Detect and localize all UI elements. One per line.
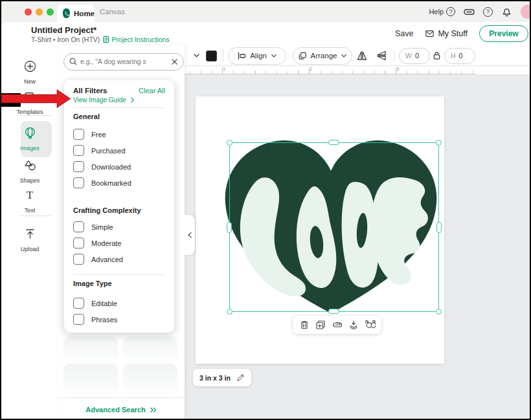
window-zoom-button[interactable] [47,8,54,16]
checkbox-free[interactable]: Free [73,129,106,140]
flip-horizontal-icon[interactable] [356,50,368,61]
checkbox-box[interactable] [73,298,84,309]
chevron-down-icon [271,52,277,59]
checkbox-box[interactable] [73,177,84,188]
search-icon [69,58,77,65]
checkbox-box[interactable] [73,254,84,265]
delete-icon[interactable] [299,320,310,330]
attach-icon[interactable] [332,320,343,330]
selection-handle-top-left[interactable] [227,140,232,146]
chevron-right-icon [130,97,135,103]
chat-help-icon[interactable]: ? [483,7,493,17]
selection-handle-bottom[interactable] [328,309,339,314]
arrange-dropdown[interactable]: Arrange [293,47,352,65]
operation-dropdown-chevron-icon[interactable] [193,52,200,59]
project-title: Untitled Project* [31,25,96,35]
text-tool-icon: T [1,189,58,201]
checkbox-box[interactable] [73,145,84,156]
selection-handle-top[interactable] [328,140,339,145]
clear-all-link[interactable]: Clear All [139,87,165,94]
flatten-icon[interactable] [348,320,359,330]
selection-handle-bottom-right[interactable] [436,309,442,315]
search-input[interactable] [80,58,168,65]
sidebar-item-text[interactable]: T Text [1,189,58,215]
new-plus-icon [24,60,36,72]
checkbox-box[interactable] [73,314,84,325]
image-result-placeholder [63,364,118,393]
checkbox-phrases[interactable]: Phrases [73,314,117,325]
tab-canvas[interactable]: Canvas [100,1,125,22]
advanced-search-link[interactable]: Advanced Search [85,406,145,414]
annotation-arrow [1,87,74,111]
align-icon [237,52,246,60]
titlebar: Home Canvas Help ? ? [1,1,530,22]
my-stuff-button[interactable]: My Stuff [425,29,468,38]
checkbox-box[interactable] [73,161,84,172]
selection-handle-left[interactable] [227,222,232,233]
checkbox-bookmarked[interactable]: Bookmarked [73,177,131,188]
project-instructions-link[interactable]: Project Instructions [102,36,169,43]
user-avatar[interactable] [521,5,531,19]
sidebar-item-upload[interactable]: Upload [1,228,58,254]
color-swatch[interactable] [206,50,217,61]
view-image-guide-link[interactable]: View Image Guide [73,96,135,104]
window-minimize-button[interactable] [36,8,43,16]
app-window: Home Canvas Help ? ? Untitled Project* T… [0,0,531,420]
preview-button[interactable]: Preview [479,25,528,42]
help-button[interactable]: Help ? [429,7,455,16]
selection-bounding-box[interactable] [229,142,439,312]
notifications-bell-icon[interactable] [501,6,512,17]
panel-collapse-tab[interactable] [185,215,195,255]
sidebar-item-images[interactable]: Images [1,127,58,153]
sidebar-item-new[interactable]: New [1,60,58,86]
selection-handle-top-right[interactable] [436,140,442,146]
checkbox-box[interactable] [73,221,84,232]
sidebar-item-shapes[interactable]: Shapes [1,159,58,185]
checkbox-box[interactable] [73,129,84,140]
selection-handle-right[interactable] [436,222,442,233]
chevron-down-icon [341,52,347,59]
upload-icon [24,228,36,240]
checkbox-advanced[interactable]: Advanced [73,254,123,265]
window-close-button[interactable] [25,8,32,16]
machine-icon[interactable] [464,6,475,17]
tab-home[interactable]: Home [57,5,95,22]
clear-search-icon[interactable] [171,58,178,65]
checkbox-purchased[interactable]: Purchased [73,145,126,156]
weld-icon[interactable] [365,320,376,330]
envelope-icon [425,29,435,38]
save-button[interactable]: Save [395,29,414,38]
edit-pencil-icon[interactable] [236,373,245,382]
height-input[interactable]: H 0 [444,48,475,64]
checkbox-box[interactable] [73,238,84,249]
image-search-field[interactable] [63,53,184,71]
width-input[interactable]: W 0 [399,48,430,64]
filter-section-heading: Image Type [73,280,112,287]
selection-size-label: 3 in x 3 in [199,374,231,382]
project-header: Untitled Project* T-Shirt • Iron On (HTV… [1,22,530,45]
ruler-tick-label: 2 [310,66,312,72]
help-question-icon: ? [446,7,455,16]
double-chevron-right-icon [149,406,157,414]
checkbox-simple[interactable]: Simple [73,221,113,232]
selection-size-badge[interactable]: 3 in x 3 in [193,369,251,386]
flip-vertical-icon[interactable] [376,50,387,61]
selection-handle-bottom-left[interactable] [227,309,232,315]
advanced-search-bar[interactable]: Advanced Search [58,397,185,420]
tab-home-label: Home [74,10,95,17]
chevron-left-icon [187,232,192,238]
horizontal-ruler: 1 2 3 [185,66,476,74]
checkbox-editable[interactable]: Editable [73,298,117,309]
checkbox-moderate[interactable]: Moderate [73,238,121,249]
align-dropdown[interactable]: Align [228,47,286,65]
image-result-placeholder [123,337,177,361]
checkbox-downloaded[interactable]: Downloaded [73,161,131,172]
filter-section-heading: Crafting Complexity [73,206,141,214]
ruler-tick-label: 1 [223,66,225,72]
image-result-placeholder [123,364,177,393]
duplicate-icon[interactable] [315,320,326,330]
selection-quick-toolbar [293,316,381,334]
lock-ratio-icon[interactable] [433,51,441,60]
ruler-tick-label: 3 [396,66,399,72]
images-balloon-icon [24,127,36,139]
